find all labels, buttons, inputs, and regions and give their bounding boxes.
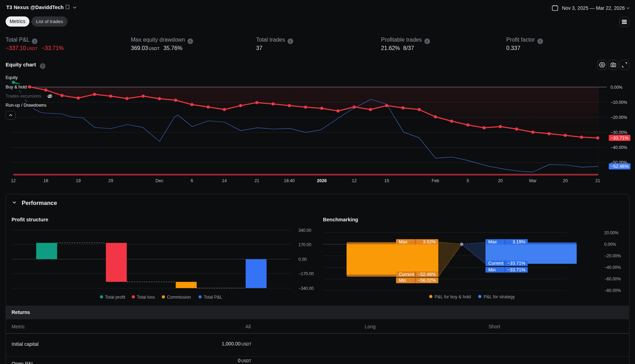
svg-text:−30.00%: −30.00% (611, 130, 627, 135)
svg-text:12: 12 (352, 178, 357, 183)
svg-text:−52.46%: −52.46% (611, 164, 629, 169)
svg-text:Mar: Mar (529, 178, 537, 183)
svg-text:6: 6 (191, 178, 193, 183)
svg-text:5: 5 (467, 178, 469, 183)
svg-text:29: 29 (108, 178, 113, 183)
svg-text:−20.00%: −20.00% (611, 115, 627, 120)
svg-text:14: 14 (222, 178, 227, 183)
svg-text:20: 20 (563, 178, 568, 183)
svg-text:2026: 2026 (317, 178, 327, 183)
svg-text:−33.71%: −33.71% (611, 135, 629, 141)
svg-text:21: 21 (595, 178, 600, 183)
svg-text:Dec: Dec (156, 178, 163, 183)
svg-text:0.00%: 0.00% (611, 85, 622, 90)
svg-text:19: 19 (76, 178, 81, 183)
svg-text:−10.00%: −10.00% (611, 100, 627, 105)
svg-text:12: 12 (11, 178, 16, 183)
svg-text:21: 21 (254, 178, 259, 183)
svg-text:−40.00%: −40.00% (611, 145, 627, 150)
svg-text:Feb: Feb (432, 178, 439, 183)
svg-text:16:40: 16:40 (284, 178, 295, 183)
svg-text:20: 20 (498, 178, 503, 183)
svg-text:15: 15 (384, 178, 389, 183)
svg-text:16: 16 (43, 178, 48, 183)
